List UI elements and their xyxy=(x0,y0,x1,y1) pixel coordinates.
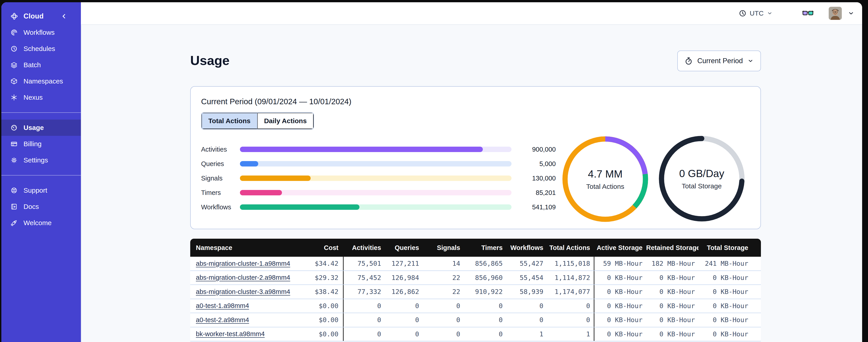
sidebar-item-label: Schedules xyxy=(24,45,55,53)
collapse-sidebar-icon[interactable] xyxy=(60,12,68,20)
bar-row-timers: Timers85,201 xyxy=(201,185,558,200)
glasses-icon[interactable] xyxy=(802,9,814,18)
timezone-selector[interactable]: UTC xyxy=(739,9,773,17)
namespace-link[interactable]: a0-test-1.a98mm4 xyxy=(196,302,249,309)
cell-value: 55,454 xyxy=(520,274,544,281)
cell-value: 127,211 xyxy=(392,260,419,267)
namespace-link[interactable]: abs-migration-cluster-3.a98mm4 xyxy=(196,288,290,295)
namespace-cell: abs-migration-cluster-3.a98mm4 xyxy=(190,288,308,296)
table-cell: 75,501 xyxy=(343,257,385,271)
total-actions-donut: 4.7 MMTotal Actions xyxy=(558,132,653,227)
user-menu-chevron-icon[interactable] xyxy=(848,10,855,17)
bar-fill xyxy=(240,161,258,167)
bar-track xyxy=(240,161,512,167)
table-cell: $38.42 xyxy=(308,288,343,296)
tab-daily-actions[interactable]: Daily Actions xyxy=(257,113,314,129)
table-cell: 0 xyxy=(343,327,385,341)
sidebar-item-label: Support xyxy=(24,186,47,194)
sidebar-item-label: Nexus xyxy=(24,94,43,101)
cell-value: 0 KB-Hour xyxy=(607,288,643,296)
namespace-link[interactable]: abs-migration-cluster-2.a98mm4 xyxy=(196,274,290,281)
avatar[interactable] xyxy=(829,7,842,20)
column-header-workflows: Workflows xyxy=(506,244,547,251)
cell-value: 0 xyxy=(586,302,590,310)
sidebar-item-label: Docs xyxy=(24,203,39,210)
timezone-label: UTC xyxy=(750,9,764,17)
table-cell: 0 xyxy=(423,316,464,324)
bar-label: Queries xyxy=(201,160,240,168)
cell-value: 59 MB-Hour xyxy=(603,260,643,267)
bar-value: 5,000 xyxy=(512,160,556,168)
sidebar-divider xyxy=(1,175,81,175)
namespace-usage-table: NamespaceCostActivitiesQueriesSignalsTim… xyxy=(190,239,761,341)
sidebar-item-support[interactable]: Support xyxy=(1,182,81,199)
column-header-total-storage: Total Storage xyxy=(699,244,761,251)
cell-value: 1 xyxy=(539,330,544,338)
sidebar-item-namespaces[interactable]: Namespaces xyxy=(1,73,81,89)
sidebar-item-billing[interactable]: Billing xyxy=(1,136,81,152)
bar-fill xyxy=(240,190,282,195)
table-cell: 0 xyxy=(385,316,423,324)
cell-value: 910,922 xyxy=(475,288,503,296)
period-selector-button[interactable]: Current Period xyxy=(677,50,761,71)
tab-total-actions[interactable]: Total Actions xyxy=(202,113,257,129)
topbar: UTC xyxy=(81,2,862,25)
cell-value: $0.00 xyxy=(319,302,338,310)
sidebar-item-schedules[interactable]: Schedules xyxy=(1,41,81,57)
cell-value: 0 xyxy=(539,316,544,324)
column-header-timers: Timers xyxy=(464,244,506,251)
sidebar-item-docs[interactable]: Docs xyxy=(1,199,81,215)
sidebar-item-nexus[interactable]: Nexus xyxy=(1,89,81,106)
table-cell: 1 xyxy=(547,330,594,338)
namespace-cell: abs-migration-cluster-1.a98mm4 xyxy=(190,260,308,267)
sidebar-item-label: Usage xyxy=(24,124,44,132)
table-cell: 1,174,077 xyxy=(547,288,594,296)
table-row: abs-migration-cluster-2.a98mm4$29.3275,4… xyxy=(190,271,761,285)
temporal-logo-icon xyxy=(10,12,18,20)
cell-value: 0 KB-Hour xyxy=(607,330,643,338)
cell-value: 1,115,018 xyxy=(555,260,590,267)
sidebar-item-workflows[interactable]: Workflows xyxy=(1,24,81,41)
table-cell: 127,211 xyxy=(385,260,423,267)
cell-value: 58,939 xyxy=(520,288,544,296)
namespace-link[interactable]: bk-worker-test.a98mm4 xyxy=(196,330,265,338)
sidebar-item-welcome[interactable]: Welcome xyxy=(1,215,81,231)
table-header-row: NamespaceCostActivitiesQueriesSignalsTim… xyxy=(190,239,761,257)
table-cell: 0 KB-Hour xyxy=(646,316,699,324)
table-cell: 77,332 xyxy=(343,285,385,299)
cell-value: 0 KB-Hour xyxy=(713,330,748,338)
table-cell: 0 xyxy=(464,302,506,310)
stopwatch-icon xyxy=(685,57,693,65)
namespace-cell: a0-test-2.a98mm4 xyxy=(190,316,308,324)
cell-value: 0 KB-Hour xyxy=(659,330,695,338)
cell-value: 1,174,077 xyxy=(555,288,590,296)
sidebar-item-usage[interactable]: Usage xyxy=(1,119,81,136)
table-cell: 0 xyxy=(506,302,547,310)
bar-track xyxy=(240,204,512,210)
table-cell: 0 xyxy=(464,316,506,324)
bar-value: 85,201 xyxy=(512,189,556,197)
table-cell: 0 KB-Hour xyxy=(594,299,646,313)
sidebar-item-settings[interactable]: Settings xyxy=(1,152,81,168)
welcome-icon xyxy=(10,219,18,227)
cell-value: $0.00 xyxy=(319,330,338,338)
namespace-link[interactable]: a0-test-2.a98mm4 xyxy=(196,316,249,323)
cell-value: 0 xyxy=(499,302,503,310)
table-row: bk-worker-test.a98mm4$0.000000110 KB-Hou… xyxy=(190,327,761,342)
bar-row-activities: Activities900,000 xyxy=(201,142,558,157)
cell-value: 0 xyxy=(539,302,544,310)
table-cell: 0 KB-Hour xyxy=(699,274,761,281)
namespace-link[interactable]: abs-migration-cluster-1.a98mm4 xyxy=(196,260,290,267)
batch-icon xyxy=(10,61,18,69)
table-cell: 0 xyxy=(343,313,385,327)
table-row: a0-test-1.a98mm4$0.000000000 KB-Hour0 KB… xyxy=(190,299,761,313)
workflows-icon xyxy=(10,29,18,36)
table-cell: 0 xyxy=(385,330,423,338)
table-cell: 0 xyxy=(547,302,594,310)
table-cell: 856,865 xyxy=(464,260,506,267)
sidebar-item-batch[interactable]: Batch xyxy=(1,57,81,73)
table-cell: 1,115,018 xyxy=(547,260,594,267)
cell-value: 0 xyxy=(586,316,590,324)
column-header-activities: Activities xyxy=(343,244,385,251)
sidebar-item-label: Namespaces xyxy=(24,77,63,85)
